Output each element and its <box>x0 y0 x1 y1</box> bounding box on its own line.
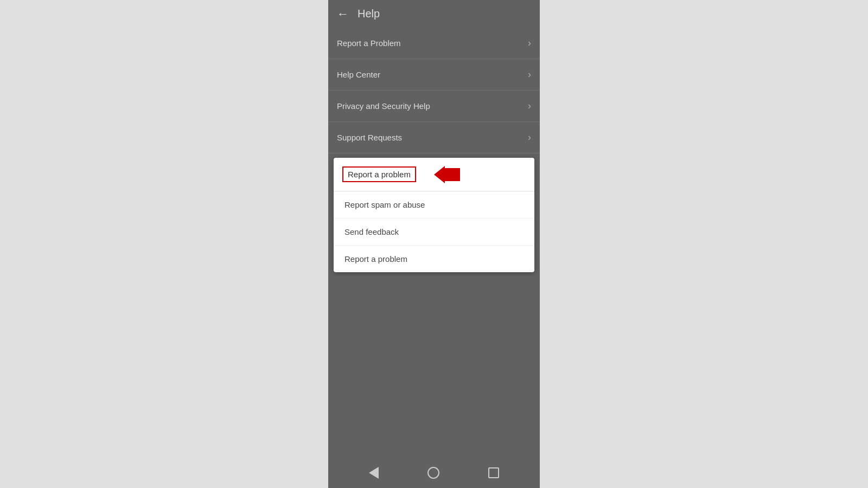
dropdown-option-send-feedback[interactable]: Send feedback <box>334 219 534 246</box>
home-circle-icon <box>427 467 439 479</box>
chevron-right-icon: › <box>528 132 531 143</box>
dropdown-option-report-a-problem[interactable]: Report a problem <box>334 246 534 272</box>
chevron-right-icon: › <box>528 100 531 112</box>
dropdown-option-label: Report spam or abuse <box>344 200 425 209</box>
menu-item-label: Support Requests <box>337 133 402 142</box>
dropdown-option-report-spam[interactable]: Report spam or abuse <box>334 191 534 219</box>
menu-item-support-requests[interactable]: Support Requests › <box>328 122 540 153</box>
menu-item-label: Privacy and Security Help <box>337 101 430 111</box>
bottom-nav-bar <box>328 458 540 488</box>
nav-back-button[interactable] <box>369 467 379 479</box>
chevron-right-icon: › <box>528 69 531 80</box>
menu-list: Report a Problem › Help Center › Privacy… <box>328 28 540 153</box>
menu-item-report-problem[interactable]: Report a Problem › <box>328 28 540 59</box>
svg-marker-0 <box>434 166 460 183</box>
nav-recents-button[interactable] <box>488 467 499 478</box>
phone-screen: ← Help Report a Problem › Help Center › … <box>328 0 540 488</box>
menu-item-label: Report a Problem <box>337 38 401 48</box>
back-button[interactable]: ← <box>337 8 349 20</box>
menu-item-help-center[interactable]: Help Center › <box>328 59 540 91</box>
menu-item-label: Help Center <box>337 70 380 79</box>
app-header: ← Help <box>328 0 540 28</box>
dropdown-header-label[interactable]: Report a problem <box>342 166 416 182</box>
recents-square-icon <box>488 467 499 478</box>
chevron-right-icon: › <box>528 37 531 49</box>
back-triangle-icon <box>369 467 379 479</box>
dropdown-option-label: Report a problem <box>344 254 407 264</box>
content-spacer <box>328 277 540 488</box>
menu-item-privacy-security[interactable]: Privacy and Security Help › <box>328 91 540 122</box>
nav-home-button[interactable] <box>427 467 439 479</box>
dropdown-popup: Report a problem Report spam or abuse Se… <box>334 158 534 272</box>
dropdown-option-label: Send feedback <box>344 227 399 236</box>
red-arrow-icon <box>434 166 460 183</box>
dropdown-header: Report a problem <box>334 158 534 191</box>
page-title: Help <box>358 8 380 20</box>
